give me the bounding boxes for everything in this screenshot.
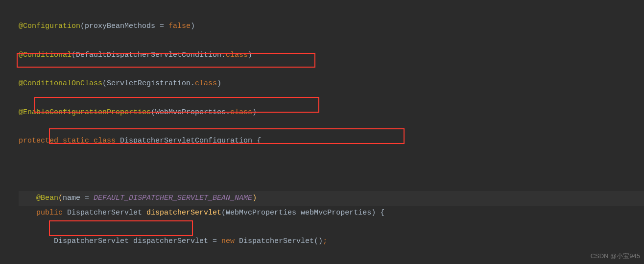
keyword-false: false: [168, 22, 191, 30]
paren: ): [252, 108, 257, 117]
code-line: @Configuration(proxyBeanMethods = false): [19, 19, 644, 33]
constant: DEFAULT_DISPATCHER_SERVLET_BEAN_NAME: [94, 194, 252, 202]
keyword-class: class: [195, 79, 217, 88]
keyword: static: [63, 137, 89, 145]
code-line: DispatcherServlet dispatcherServlet = ne…: [19, 234, 644, 248]
args: (DefaultDispatcherServletCondition.: [72, 51, 226, 59]
keyword-class: class: [230, 108, 252, 117]
paren: ): [217, 79, 221, 88]
annotation: @ConditionalOnClass: [19, 79, 102, 88]
code-line: @EnableConfigurationProperties(WebMvcPro…: [19, 105, 644, 120]
code-line: protected static class DispatcherServlet…: [19, 134, 644, 148]
rparen-hl: ): [252, 194, 257, 202]
code-line: public DispatcherServlet dispatcherServl…: [19, 206, 644, 220]
annotation: @Configuration: [19, 22, 80, 30]
arg: name =: [63, 194, 94, 202]
annotation: @Conditional: [19, 51, 72, 59]
code-line-highlighted: @Bean(name = DEFAULT_DISPATCHER_SERVLET_…: [19, 191, 644, 205]
args: (WebMvcProperties.: [151, 108, 230, 117]
paren: ): [191, 22, 195, 30]
code-editor: @Configuration(proxyBeanMethods = false)…: [0, 0, 644, 264]
blank-line: [19, 163, 644, 177]
keyword-class: class: [226, 51, 248, 59]
keyword: protected: [19, 137, 58, 145]
args: (proxyBeanMethods =: [80, 22, 168, 30]
semicolon: ;: [323, 237, 327, 245]
annotation: @Bean: [36, 194, 58, 202]
code-line: @ConditionalOnClass(ServletRegistration.…: [19, 76, 644, 91]
code-line: @Conditional(DefaultDispatcherServletCon…: [19, 48, 644, 62]
params: (WebMvcProperties webMvcProperties) {: [221, 209, 384, 217]
class-name: DispatcherServletConfiguration {: [116, 137, 261, 145]
lparen-hl: (: [58, 194, 63, 202]
return-type: DispatcherServlet: [63, 209, 146, 217]
args: (ServletRegistration.: [102, 79, 195, 88]
method-name: dispatcherServlet: [146, 209, 221, 217]
ctor: DispatcherServlet(): [235, 237, 323, 245]
keyword: class: [94, 137, 116, 145]
stmt: DispatcherServlet dispatcherServlet =: [54, 237, 221, 245]
keyword-new: new: [221, 237, 235, 245]
paren: ): [248, 51, 252, 59]
watermark: CSDN @小宝945: [591, 250, 640, 262]
annotation: @EnableConfigurationProperties: [19, 108, 151, 117]
keyword: public: [36, 209, 63, 217]
